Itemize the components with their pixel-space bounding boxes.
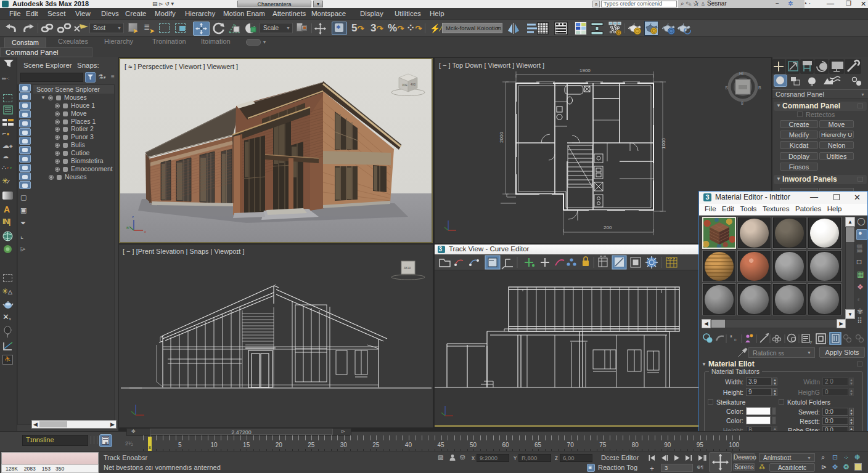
svg-text:18: 18 (721, 463, 724, 466)
svg-text:⁽⁾: ⁽⁾ (734, 339, 737, 343)
svg-text:4X0: 4X0 (411, 83, 416, 86)
svg-text:S: S (725, 86, 728, 90)
svg-text:1900: 1900 (579, 68, 591, 73)
svg-text:z: z (132, 215, 134, 219)
svg-text:3DE: 3DE (402, 84, 407, 87)
svg-text:x: x (144, 230, 146, 233)
svg-text:2000: 2000 (499, 132, 504, 143)
svg-text:AKAI: AKAI (404, 266, 411, 270)
svg-text:B.: B. (126, 226, 130, 230)
svg-text:1000: 1000 (661, 138, 666, 149)
svg-text:y: y (810, 340, 812, 344)
svg-text:8: 8 (741, 101, 743, 105)
svg-text:1: 1 (718, 458, 719, 461)
svg-text:B: B (758, 86, 761, 90)
svg-text:200: 200 (604, 225, 612, 230)
svg-text:HI: HI (739, 71, 743, 76)
svg-text:*: * (730, 334, 732, 341)
